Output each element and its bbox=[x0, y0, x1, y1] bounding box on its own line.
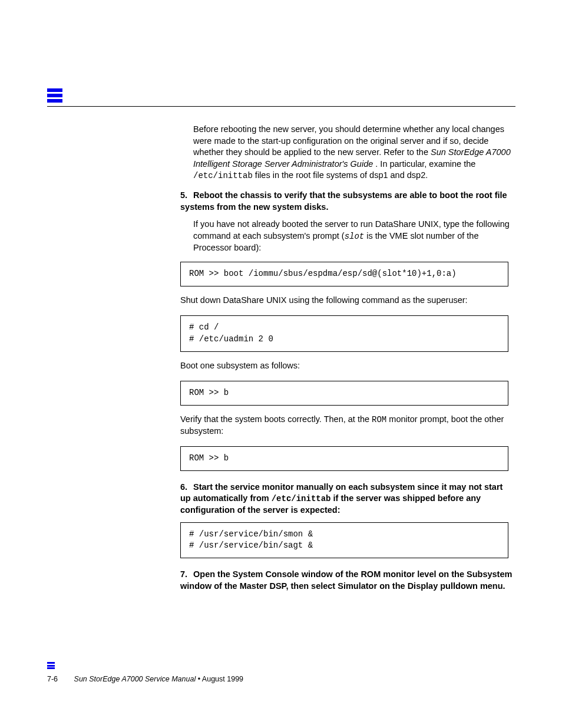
inline-code-slot: slot bbox=[345, 232, 365, 241]
step-5: 5.Reboot the chassis to verify that the … bbox=[180, 190, 513, 213]
footer: 7-6 Sun StorEdge A7000 Service Manual • … bbox=[47, 674, 515, 684]
text: Verify that the system boots correctly. … bbox=[180, 414, 372, 424]
paragraph-shutdown: Shut down DataShare UNIX using the follo… bbox=[180, 295, 513, 307]
paragraph-intro: Before rebooting the new server, you sho… bbox=[193, 124, 513, 182]
page-number: 7-6 bbox=[47, 674, 58, 684]
paragraph-boot-one: Boot one subsystem as follows: bbox=[180, 360, 513, 372]
text: files in the root file systems of dsp1 a… bbox=[255, 170, 428, 180]
command-box-b2: ROM >> b bbox=[180, 446, 508, 471]
step-text: Reboot the chassis to verify that the su… bbox=[180, 190, 507, 212]
paragraph-boot-intro: If you have not already booted the serve… bbox=[193, 219, 513, 253]
path-inittab: /etc/inittab bbox=[193, 171, 253, 180]
text: . In particular, examine the bbox=[375, 159, 475, 169]
command-box-boot-root: ROM >> boot /iommu/sbus/espdma/esp/sd@(s… bbox=[180, 262, 508, 286]
command-box-uadmin: # cd / # /etc/uadmin 2 0 bbox=[180, 315, 508, 351]
step-text: Open the System Console window of the RO… bbox=[180, 569, 512, 591]
step-number: 7. bbox=[180, 569, 193, 581]
command-box-b1: ROM >> b bbox=[180, 381, 508, 406]
paragraph-verify-boot: Verify that the system boots correctly. … bbox=[180, 414, 513, 437]
inline-code-rom: ROM bbox=[372, 415, 386, 424]
hamburger-icon-small bbox=[47, 662, 55, 669]
body-content: Before rebooting the new server, you sho… bbox=[180, 124, 513, 598]
inline-code-inittab: /etc/inittab bbox=[272, 494, 331, 503]
step-number: 6. bbox=[180, 482, 193, 493]
command-box-smon: # /usr/service/bin/smon & # /usr/service… bbox=[180, 522, 508, 558]
footer-title: Sun StorEdge A7000 Service Manual • Augu… bbox=[74, 674, 243, 684]
step-number: 5. bbox=[180, 190, 193, 202]
step-6: 6.Start the service monitor manually on … bbox=[180, 482, 513, 516]
hamburger-icon bbox=[47, 88, 62, 103]
step-7: 7.Open the System Console window of the … bbox=[180, 569, 513, 592]
top-rule bbox=[47, 106, 515, 107]
